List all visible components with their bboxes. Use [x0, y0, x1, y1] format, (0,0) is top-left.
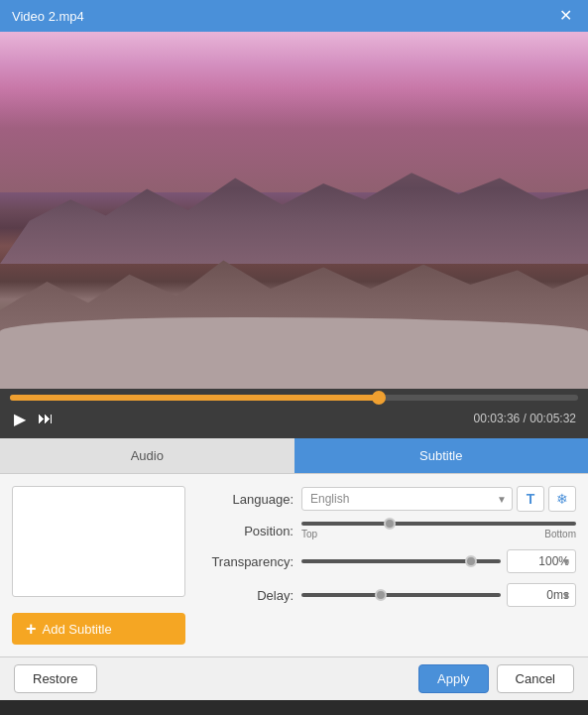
time-display: 00:03:36 / 00:05:32: [474, 412, 576, 425]
play-button[interactable]: ▶: [12, 408, 28, 430]
progress-container: [0, 389, 588, 401]
position-top-label: Top: [301, 529, 317, 539]
close-button[interactable]: ✕: [555, 6, 576, 26]
progress-fill: [10, 395, 379, 401]
delay-value-wrap: 0ms ▼: [507, 583, 576, 607]
position-label: Position:: [199, 524, 294, 538]
tab-subtitle[interactable]: Subtitle: [294, 438, 589, 473]
tab-audio[interactable]: Audio: [0, 438, 294, 473]
window-title: Video 2.mp4: [12, 9, 84, 24]
position-slider-wrap: Top Bottom: [301, 522, 576, 539]
delay-slider-thumb[interactable]: [375, 589, 387, 601]
position-slider-labels: Top Bottom: [301, 529, 576, 539]
controls-left: ▶ ⏭: [12, 408, 56, 430]
position-slider-thumb[interactable]: [384, 518, 396, 530]
video-rock: [0, 317, 588, 389]
bottom-right-buttons: Apply Cancel: [418, 664, 574, 693]
transparency-slider-thumb[interactable]: [465, 555, 477, 567]
position-slider-track[interactable]: [301, 522, 576, 526]
controls-bar: ▶ ⏭ 00:03:36 / 00:05:32: [0, 401, 588, 438]
title-bar: Video 2.mp4 ✕: [0, 0, 588, 32]
restore-button[interactable]: Restore: [14, 664, 97, 693]
transparency-row: Transparency: 100% ▼: [199, 549, 576, 573]
tabs-container: Audio Subtitle: [0, 438, 588, 474]
main-panel: + Add Subtitle Language: English ▼ T ❄ P…: [0, 474, 588, 656]
delay-row: Delay: 0ms ▼: [199, 583, 576, 607]
progress-track[interactable]: [10, 395, 578, 401]
position-bottom-label: Bottom: [544, 529, 576, 539]
text-style-button[interactable]: T: [517, 486, 544, 512]
snowflake-button[interactable]: ❄: [548, 486, 576, 512]
delay-controls: 0ms ▼: [301, 583, 576, 607]
language-dropdown-wrap: English ▼ T ❄: [301, 486, 576, 512]
transparency-value-wrap: 100% ▼: [507, 549, 576, 573]
language-label: Language:: [199, 492, 294, 507]
add-subtitle-button[interactable]: + Add Subtitle: [12, 613, 185, 645]
position-row: Position: Top Bottom: [199, 522, 576, 539]
language-row: Language: English ▼ T ❄: [199, 486, 576, 512]
transparency-value-select[interactable]: 100%: [507, 549, 576, 573]
video-preview: [0, 32, 588, 389]
video-sky: [0, 32, 588, 192]
skip-button[interactable]: ⏭: [36, 408, 56, 429]
delay-value-select[interactable]: 0ms: [507, 583, 576, 607]
transparency-controls: 100% ▼: [301, 549, 576, 573]
subtitle-preview-box: [12, 486, 185, 597]
subtitle-controls: Language: English ▼ T ❄ Position:: [199, 486, 576, 645]
language-select[interactable]: English: [301, 487, 513, 511]
add-subtitle-label: Add Subtitle: [43, 622, 112, 637]
cancel-button[interactable]: Cancel: [497, 664, 574, 693]
apply-button[interactable]: Apply: [418, 664, 489, 693]
transparency-slider-track[interactable]: [301, 559, 501, 563]
transparency-label: Transparency:: [199, 554, 294, 569]
bottom-bar: Restore Apply Cancel: [0, 656, 588, 700]
delay-slider-track[interactable]: [301, 593, 501, 597]
plus-icon: +: [26, 620, 37, 638]
language-select-wrapper: English ▼: [301, 487, 513, 511]
left-panel: + Add Subtitle: [12, 486, 185, 645]
delay-label: Delay:: [199, 588, 294, 603]
